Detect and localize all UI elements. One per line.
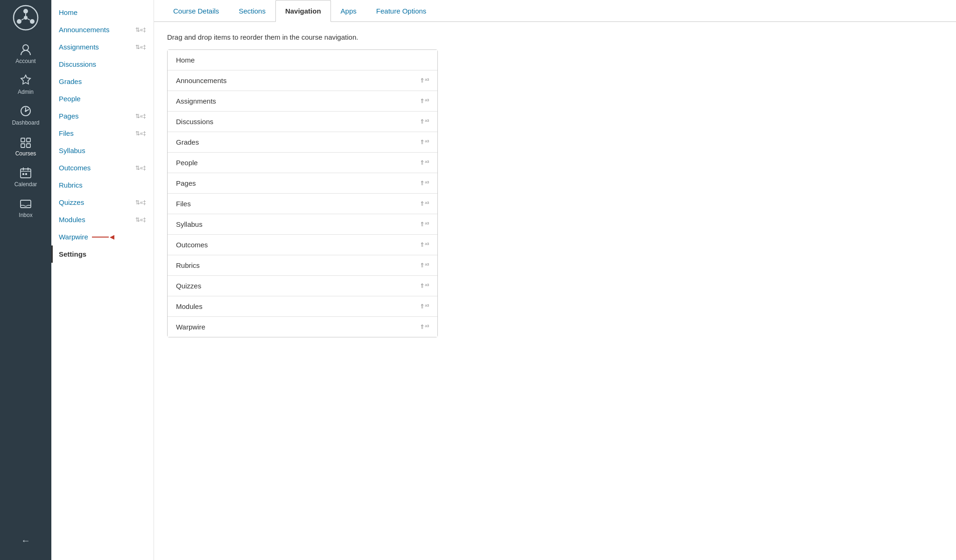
nav-item-admin-label: Admin xyxy=(18,89,34,95)
drag-icon-assignments[interactable]: ⇅«‡ xyxy=(135,44,146,50)
nav-list-item-assignments[interactable]: Assignments⇑ᵃ³ xyxy=(168,91,437,112)
course-nav-item-assignments[interactable]: Assignments⇅«‡ xyxy=(51,38,154,56)
svg-rect-13 xyxy=(21,144,25,147)
course-nav-label-discussions: Discussions xyxy=(59,60,96,68)
course-nav-label-rubrics: Rubrics xyxy=(59,181,83,189)
nav-list-item-drag-icon-modules[interactable]: ⇑ᵃ³ xyxy=(420,303,429,310)
nav-list-item-pages[interactable]: Pages⇑ᵃ³ xyxy=(168,173,437,194)
nav-item-dashboard[interactable]: Dashboard xyxy=(0,100,51,131)
nav-list-item-label-modules: Modules xyxy=(176,302,415,310)
course-nav-item-warpwire[interactable]: Warpwire◀ xyxy=(51,228,154,245)
nav-list-item-drag-icon-rubrics[interactable]: ⇑ᵃ³ xyxy=(420,262,429,269)
svg-point-4 xyxy=(24,16,28,20)
nav-list-item-files[interactable]: Files⇑ᵃ³ xyxy=(168,194,437,214)
nav-list-item-modules[interactable]: Modules⇑ᵃ³ xyxy=(168,296,437,317)
navigation-list: HomeAnnouncements⇑ᵃ³Assignments⇑ᵃ³Discus… xyxy=(167,49,438,337)
nav-list-item-drag-icon-people[interactable]: ⇑ᵃ³ xyxy=(420,159,429,166)
svg-point-10 xyxy=(25,110,27,112)
nav-list-item-quizzes[interactable]: Quizzes⇑ᵃ³ xyxy=(168,276,437,296)
course-nav-item-announcements[interactable]: Announcements⇅«‡ xyxy=(51,21,154,38)
main-content: Course DetailsSectionsNavigationAppsFeat… xyxy=(154,0,956,560)
nav-list-item-grades[interactable]: Grades⇑ᵃ³ xyxy=(168,132,437,153)
nav-list-item-syllabus[interactable]: Syllabus⇑ᵃ³ xyxy=(168,214,437,235)
collapse-button[interactable]: ← xyxy=(16,531,35,551)
account-icon xyxy=(19,43,32,56)
drag-icon-announcements[interactable]: ⇅«‡ xyxy=(135,27,146,33)
course-nav-label-quizzes: Quizzes xyxy=(59,198,84,206)
svg-rect-20 xyxy=(25,173,27,175)
tabs-bar: Course DetailsSectionsNavigationAppsFeat… xyxy=(154,0,956,22)
nav-list-item-label-announcements: Announcements xyxy=(176,77,415,84)
nav-item-courses-label: Courses xyxy=(15,150,36,157)
svg-point-3 xyxy=(30,19,35,24)
course-nav-label-pages: Pages xyxy=(59,112,79,120)
drag-icon-pages[interactable]: ⇅«‡ xyxy=(135,113,146,119)
tab-course-details[interactable]: Course Details xyxy=(163,0,229,22)
admin-icon xyxy=(19,74,32,87)
course-nav-item-home[interactable]: Home xyxy=(51,4,154,21)
tab-feature-options[interactable]: Feature Options xyxy=(366,0,436,22)
nav-list-item-drag-icon-warpwire[interactable]: ⇑ᵃ³ xyxy=(420,323,429,330)
course-nav-label-modules: Modules xyxy=(59,216,85,224)
course-nav-label-grades: Grades xyxy=(59,77,82,85)
course-nav-label-announcements: Announcements xyxy=(59,26,109,34)
svg-rect-12 xyxy=(27,138,30,142)
nav-item-admin[interactable]: Admin xyxy=(0,69,51,100)
course-nav-item-files[interactable]: Files⇅«‡ xyxy=(51,125,154,142)
course-nav-item-quizzes[interactable]: Quizzes⇅«‡ xyxy=(51,194,154,211)
course-nav-item-rubrics[interactable]: Rubrics xyxy=(51,176,154,194)
nav-item-inbox-label: Inbox xyxy=(19,212,32,218)
nav-list-item-drag-icon-assignments[interactable]: ⇑ᵃ³ xyxy=(420,98,429,105)
nav-list-item-label-files: Files xyxy=(176,200,415,208)
nav-list-item-warpwire[interactable]: Warpwire⇑ᵃ³ xyxy=(168,317,437,337)
nav-list-item-label-grades: Grades xyxy=(176,138,415,146)
nav-list-item-discussions[interactable]: Discussions⇑ᵃ³ xyxy=(168,112,437,132)
nav-list-item-drag-icon-discussions[interactable]: ⇑ᵃ³ xyxy=(420,118,429,125)
nav-item-courses[interactable]: Courses xyxy=(0,131,51,161)
course-nav-item-syllabus[interactable]: Syllabus xyxy=(51,142,154,159)
nav-list-item-drag-icon-quizzes[interactable]: ⇑ᵃ³ xyxy=(420,282,429,289)
course-nav-item-settings[interactable]: Settings xyxy=(53,245,154,263)
tab-navigation[interactable]: Navigation xyxy=(275,0,331,22)
tab-sections[interactable]: Sections xyxy=(229,0,275,22)
tab-apps[interactable]: Apps xyxy=(331,0,366,22)
course-nav-item-discussions[interactable]: Discussions xyxy=(51,56,154,73)
nav-item-account-label: Account xyxy=(15,58,35,64)
svg-point-1 xyxy=(23,9,28,14)
nav-list-item-drag-icon-files[interactable]: ⇑ᵃ³ xyxy=(420,200,429,207)
nav-list-item-drag-icon-outcomes[interactable]: ⇑ᵃ³ xyxy=(420,241,429,248)
nav-list-item-label-people: People xyxy=(176,159,415,167)
svg-rect-11 xyxy=(21,138,25,142)
inbox-icon xyxy=(19,197,32,210)
course-nav-label-files: Files xyxy=(59,129,74,137)
nav-item-calendar[interactable]: Calendar xyxy=(0,161,51,192)
nav-list-item-home[interactable]: Home xyxy=(168,50,437,70)
nav-item-account[interactable]: Account xyxy=(0,38,51,69)
nav-list-item-rubrics[interactable]: Rubrics⇑ᵃ³ xyxy=(168,255,437,276)
nav-list-item-label-quizzes: Quizzes xyxy=(176,282,415,290)
logo[interactable] xyxy=(13,5,39,31)
drag-icon-quizzes[interactable]: ⇅«‡ xyxy=(135,199,146,206)
drag-icon-files[interactable]: ⇅«‡ xyxy=(135,130,146,137)
course-nav-item-outcomes[interactable]: Outcomes⇅«‡ xyxy=(51,159,154,176)
course-nav-item-people[interactable]: People xyxy=(51,90,154,107)
drag-icon-outcomes[interactable]: ⇅«‡ xyxy=(135,165,146,171)
course-nav-item-grades[interactable]: Grades xyxy=(51,73,154,90)
nav-list-item-drag-icon-syllabus[interactable]: ⇑ᵃ³ xyxy=(420,221,429,228)
nav-item-dashboard-label: Dashboard xyxy=(12,119,40,126)
nav-list-item-drag-icon-grades[interactable]: ⇑ᵃ³ xyxy=(420,139,429,146)
nav-list-item-label-home: Home xyxy=(176,56,429,64)
nav-list-item-announcements[interactable]: Announcements⇑ᵃ³ xyxy=(168,70,437,91)
nav-list-item-label-rubrics: Rubrics xyxy=(176,261,415,269)
nav-list-item-outcomes[interactable]: Outcomes⇑ᵃ³ xyxy=(168,235,437,255)
course-nav-item-modules[interactable]: Modules⇅«‡ xyxy=(51,211,154,228)
nav-item-inbox[interactable]: Inbox xyxy=(0,192,51,223)
course-nav-item-pages[interactable]: Pages⇅«‡ xyxy=(51,107,154,125)
nav-list-item-label-outcomes: Outcomes xyxy=(176,241,415,249)
svg-point-8 xyxy=(23,45,28,50)
nav-list-item-drag-icon-announcements[interactable]: ⇑ᵃ³ xyxy=(420,77,429,84)
drag-icon-modules[interactable]: ⇅«‡ xyxy=(135,217,146,223)
nav-list-item-people[interactable]: People⇑ᵃ³ xyxy=(168,153,437,173)
calendar-icon xyxy=(19,166,32,179)
nav-list-item-drag-icon-pages[interactable]: ⇑ᵃ³ xyxy=(420,180,429,187)
